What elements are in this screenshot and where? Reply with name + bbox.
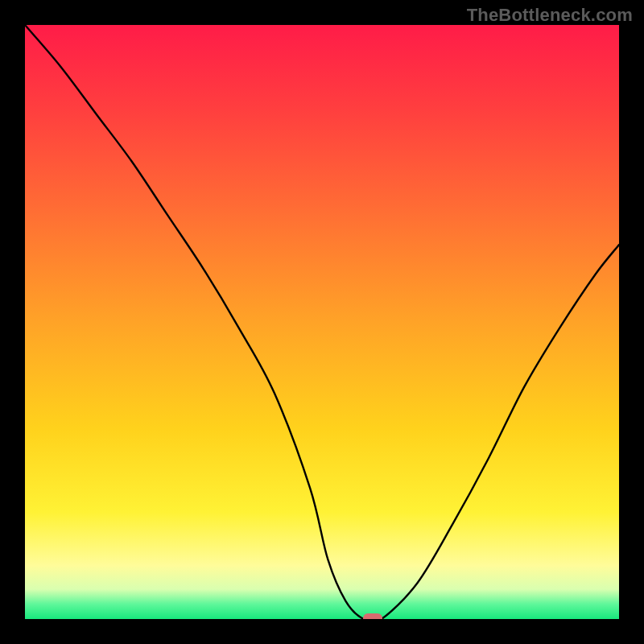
bottleneck-marker (363, 613, 382, 619)
curve-path (25, 25, 619, 619)
chart-frame: TheBottleneck.com (0, 0, 644, 644)
curve-svg (25, 25, 619, 619)
plot-area (25, 25, 619, 619)
watermark-text: TheBottleneck.com (467, 5, 633, 26)
